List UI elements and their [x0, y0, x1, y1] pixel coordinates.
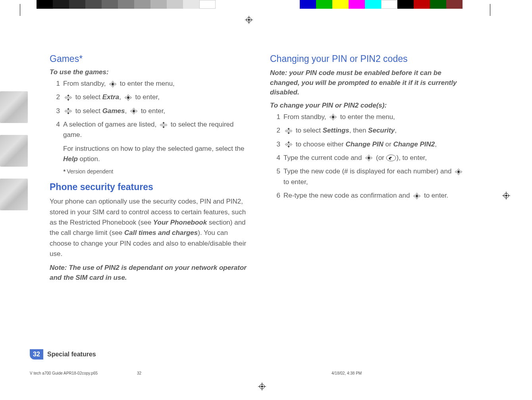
svg-point-45 — [163, 124, 165, 126]
nav-center-icon — [412, 192, 421, 200]
right-column: Changing your PIN or PIN2 codes Note: yo… — [270, 54, 468, 287]
step-4: 4A selection of games are listed, to sel… — [58, 119, 248, 140]
svg-marker-44 — [162, 127, 165, 128]
svg-point-20 — [112, 83, 114, 85]
print-metadata: V tech a700 Guide APR18-02copy.p65 32 4/… — [30, 371, 468, 375]
svg-point-3 — [248, 19, 250, 21]
svg-marker-32 — [70, 110, 72, 112]
svg-marker-28 — [127, 94, 129, 96]
svg-marker-57 — [291, 143, 292, 146]
step-2: 2 to select Settings, then Security, — [279, 125, 468, 136]
svg-marker-52 — [291, 130, 292, 132]
svg-marker-37 — [136, 110, 137, 112]
svg-marker-29 — [127, 99, 129, 101]
heading-games: Games* — [50, 54, 248, 64]
svg-marker-36 — [130, 110, 132, 112]
nav-updown-icon — [284, 127, 293, 135]
security-paragraph: Your phone can optionally use the securi… — [50, 196, 248, 259]
page-number-badge: 32 — [30, 349, 43, 360]
svg-point-71 — [457, 171, 460, 173]
svg-marker-46 — [330, 116, 331, 118]
call-key-icon — [386, 154, 396, 162]
svg-marker-75 — [416, 198, 418, 199]
color-calibration-bar — [300, 0, 463, 9]
svg-point-50 — [332, 116, 334, 118]
change-pin-steps-list: 1From standby, to enter the menu, 2 to s… — [270, 112, 468, 201]
svg-marker-73 — [419, 195, 420, 197]
svg-marker-31 — [65, 110, 66, 112]
svg-marker-16 — [109, 83, 111, 85]
svg-marker-54 — [287, 133, 290, 134]
svg-point-25 — [67, 96, 69, 98]
svg-point-40 — [133, 110, 135, 112]
svg-marker-26 — [125, 96, 126, 99]
help-instruction: For instructions on how to play the sele… — [63, 144, 248, 165]
step-2: 2 to select Extra, to enter, — [58, 92, 248, 102]
svg-marker-67 — [455, 171, 457, 173]
svg-point-30 — [127, 96, 129, 99]
left-column: Games* To use the games: 1From standby, … — [50, 54, 248, 287]
nav-center-icon — [124, 94, 133, 101]
svg-marker-43 — [162, 122, 165, 123]
step-3: 3 to select Games, to enter, — [58, 106, 248, 116]
svg-marker-64 — [368, 160, 370, 161]
svg-marker-53 — [287, 128, 290, 129]
svg-marker-49 — [332, 119, 334, 120]
svg-marker-24 — [67, 99, 69, 101]
svg-marker-17 — [115, 83, 116, 85]
svg-marker-23 — [67, 94, 69, 96]
pin2-note: Note: The use of PIN2 is dependant on yo… — [50, 263, 248, 283]
svg-marker-74 — [416, 193, 418, 194]
heading-security: Phone security features — [50, 182, 248, 192]
nav-center-icon — [129, 108, 138, 115]
svg-marker-27 — [130, 96, 132, 99]
chapter-title: Special features — [47, 351, 96, 358]
crop-mark — [478, 4, 494, 20]
step-6: 6Re-type the new code as confirmation an… — [279, 190, 468, 201]
step-1: 1From standby, to enter the menu, — [58, 79, 248, 89]
svg-marker-48 — [332, 114, 334, 115]
svg-marker-34 — [67, 113, 69, 114]
step-5: 5Type the new code (# is displayed for e… — [279, 166, 468, 187]
print-date: 4/18/02, 4:38 PM — [332, 371, 362, 375]
svg-marker-22 — [70, 96, 72, 99]
svg-marker-51 — [285, 130, 287, 132]
svg-marker-70 — [457, 173, 460, 175]
svg-marker-56 — [285, 143, 287, 146]
svg-marker-59 — [287, 146, 290, 148]
svg-marker-33 — [67, 108, 69, 110]
page-footer: 32 Special features — [30, 349, 96, 360]
nav-updown-icon — [284, 141, 293, 148]
svg-point-55 — [288, 130, 290, 132]
svg-marker-39 — [133, 113, 135, 114]
pin-enable-note: Note: your PIN code must be enabled befo… — [270, 68, 468, 98]
nav-center-icon — [108, 81, 117, 88]
svg-marker-72 — [413, 195, 415, 197]
source-filename: V tech a700 Guide APR18-02copy.p65 — [30, 371, 137, 375]
svg-point-11 — [505, 195, 507, 196]
svg-point-35 — [67, 110, 69, 112]
svg-point-15 — [261, 386, 263, 387]
svg-marker-18 — [112, 81, 114, 83]
nav-updown-icon — [64, 108, 73, 115]
decorative-side-images — [0, 91, 28, 210]
svg-point-76 — [416, 195, 418, 197]
svg-marker-58 — [287, 141, 290, 143]
svg-point-60 — [288, 144, 290, 146]
nav-center-icon — [329, 113, 337, 121]
registration-mark-icon — [502, 192, 510, 200]
print-page-number: 32 — [137, 371, 332, 375]
grayscale-calibration-bar — [37, 0, 216, 9]
svg-marker-47 — [335, 116, 337, 118]
svg-marker-19 — [112, 86, 114, 87]
svg-marker-61 — [365, 157, 367, 159]
svg-marker-63 — [368, 155, 370, 156]
step-1: 1From standby, to enter the menu, — [279, 112, 468, 122]
nav-center-icon — [454, 168, 463, 175]
heading-change-pin: Changing your PIN or PIN2 codes — [270, 54, 468, 64]
version-footnote: *Version dependent — [63, 168, 248, 175]
registration-mark-icon — [245, 16, 253, 24]
subheading-change-pin: To change your PIN or PIN2 code(s): — [270, 102, 468, 110]
svg-marker-69 — [457, 169, 460, 170]
crop-mark — [16, 4, 32, 20]
